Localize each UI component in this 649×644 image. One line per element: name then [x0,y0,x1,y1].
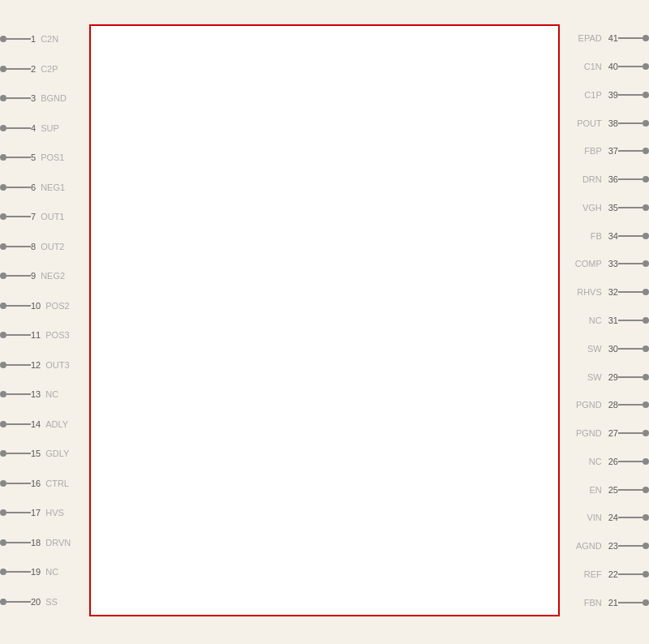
pin-dot [643,487,649,493]
pin-line [618,150,643,152]
pin-label: PGND [576,400,602,410]
left-pin-16: 16 CTRL [0,479,69,488]
pin-label: DRVN [45,538,71,547]
pin-line [618,37,643,39]
pin-dot [643,63,649,70]
pin-dot [0,539,6,546]
pin-line [618,66,643,67]
pin-number: 21 [608,598,618,608]
pin-number: 28 [608,400,618,410]
pin-dot [0,125,6,131]
pin-label: BGND [41,93,67,103]
pin-label: NC [45,389,58,399]
pin-dot [0,391,6,397]
pin-number: 33 [608,259,618,268]
right-pin-36: 36 DRN [582,174,649,184]
pin-label: POS1 [41,152,64,162]
pin-line [6,275,31,277]
left-pin-9: 9 NEG2 [0,271,65,281]
pin-line [618,94,643,96]
pin-dot [0,36,6,42]
pin-number: 24 [608,513,618,522]
pin-dot [0,509,6,516]
pin-line [6,68,31,70]
right-pin-24: 24 VIN [587,513,649,522]
pin-line [618,320,643,321]
pin-number: 40 [608,62,618,71]
pin-dot [643,176,649,182]
right-pin-21: 21 FBN [584,598,649,608]
pin-label: DRN [582,174,602,184]
pin-line [618,348,643,350]
pin-dot [643,289,649,295]
left-pin-4: 4 SUP [0,123,59,133]
pin-label: FB [591,231,602,241]
pin-line [6,334,31,336]
pin-dot [643,599,649,606]
pin-dot [643,430,649,436]
pin-label: SW [587,344,602,354]
right-pin-22: 22 REF [584,569,649,579]
pin-label: CTRL [45,479,69,488]
pin-line [618,404,643,406]
pin-line [618,235,643,237]
pin-dot [643,514,649,521]
pin-line [6,393,31,395]
pin-line [618,517,643,518]
pin-dot [0,154,6,161]
right-pin-26: 26 NC [589,457,649,466]
pin-line [618,602,643,603]
pin-label: POS2 [45,301,69,311]
right-pin-35: 35 VGH [582,203,649,213]
left-pin-5: 5 POS1 [0,152,64,162]
left-pin-20: 20 SS [0,597,58,607]
pin-line [618,461,643,462]
pin-line [618,263,643,264]
pin-label: NEG2 [41,271,65,281]
right-pin-40: 40 C1N [584,62,649,71]
pin-number: 22 [608,569,618,579]
pin-number: 27 [608,428,618,438]
pin-dot [643,401,649,408]
right-pin-31: 31 NC [589,316,649,325]
pin-number: 3 [31,93,36,103]
right-pin-34: 34 FB [591,231,649,241]
pin-line [6,157,31,158]
pin-dot [0,450,6,457]
left-pin-2: 2 C2P [0,64,58,74]
pin-line [618,545,643,547]
pin-line [6,364,31,366]
pin-line [6,97,31,99]
pin-label: C2N [41,34,58,44]
pin-label: NC [589,316,602,325]
pin-line [6,305,31,307]
pin-dot [0,599,6,605]
left-pin-18: 18 DRVN [0,538,71,547]
pin-label: ADLY [45,419,68,429]
pin-label: C1P [584,90,601,100]
pin-dot [0,332,6,338]
pin-line [6,216,31,217]
right-pin-29: 29 SW [587,372,649,382]
pin-label: REF [584,569,602,579]
pin-number: 23 [608,541,618,551]
pin-label: VGH [582,203,602,213]
pin-dot [0,243,6,250]
pin-label: AGND [576,541,602,551]
left-pin-6: 6 NEG1 [0,182,65,192]
pin-dot [643,571,649,577]
left-pin-8: 8 OUT2 [0,242,64,251]
pin-dot [643,92,649,98]
pin-dot [643,317,649,324]
pin-dot [0,421,6,427]
pin-label: EN [589,485,601,495]
pin-number: 5 [31,152,36,162]
pin-label: SS [45,597,58,607]
right-pin-33: 33 COMP [575,259,649,268]
pin-number: 36 [608,174,618,184]
pin-line [6,453,31,454]
pin-dot [0,569,6,575]
right-pin-38: 38 POUT [577,118,649,128]
pins-container: 1 C2N 2 C2P 3 BGND 4 SUP 5 POS1 6 NEG1 7… [0,0,649,644]
pin-label: FBP [584,146,601,156]
